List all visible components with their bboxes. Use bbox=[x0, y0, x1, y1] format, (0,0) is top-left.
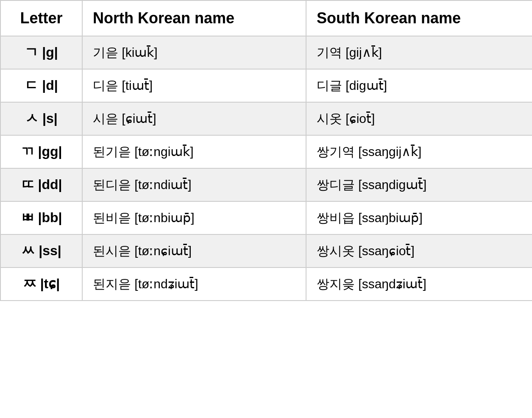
letter-cell: ㄲ |gg| bbox=[0, 135, 82, 168]
table-row: ㅉ |tɕ|된지읃 [tøːndʑiɯt̄]쌍지읒 [ssaŋdʑiɯt̄] bbox=[0, 268, 532, 301]
letter-cell: ㄷ |d| bbox=[0, 69, 82, 102]
table-row: ㄷ |d|디읃 [tiɯt̄]디글 [digɯt̄] bbox=[0, 69, 532, 102]
south-name-cell: 디글 [digɯt̄] bbox=[306, 69, 532, 102]
south-name-cell: 쌍시옷 [ssaŋɕiot̄] bbox=[306, 234, 532, 268]
letter-cell: ㅅ |s| bbox=[0, 102, 82, 135]
header-south: South Korean name bbox=[306, 0, 532, 36]
north-name-cell: 된기읃 [tøːngiɯk̄] bbox=[82, 135, 306, 168]
table-row: ㅃ |bb|된비읃 [tøːnbiɯp̄]쌍비읍 [ssaŋbiɯp̄] bbox=[0, 201, 532, 234]
south-name-cell: 시옷 [ɕiot̄] bbox=[306, 102, 532, 135]
north-name-cell: 기읃 [kiɯk̄] bbox=[82, 36, 306, 69]
letter-cell: ㅆ |ss| bbox=[0, 234, 82, 268]
table-row: ㅆ |ss|된시읃 [tøːnɕiɯt̄]쌍시옷 [ssaŋɕiot̄] bbox=[0, 234, 532, 268]
north-name-cell: 된디읃 [tøːndiɯt̄] bbox=[82, 168, 306, 201]
letter-cell: ㄱ |g| bbox=[0, 36, 82, 69]
south-name-cell: 쌍기역 [ssaŋgij∧k̄] bbox=[306, 135, 532, 168]
south-name-cell: 쌍디글 [ssaŋdigɯt̄] bbox=[306, 168, 532, 201]
north-name-cell: 디읃 [tiɯt̄] bbox=[82, 69, 306, 102]
south-name-cell: 쌍비읍 [ssaŋbiɯp̄] bbox=[306, 201, 532, 234]
header-letter: Letter bbox=[0, 0, 82, 36]
north-name-cell: 된시읃 [tøːnɕiɯt̄] bbox=[82, 234, 306, 268]
south-name-cell: 쌍지읒 [ssaŋdʑiɯt̄] bbox=[306, 268, 532, 301]
letter-cell: ㅃ |bb| bbox=[0, 201, 82, 234]
table-row: ㅅ |s|시읃 [ɕiɯt̄]시옷 [ɕiot̄] bbox=[0, 102, 532, 135]
north-name-cell: 된비읃 [tøːnbiɯp̄] bbox=[82, 201, 306, 234]
header-north: North Korean name bbox=[82, 0, 306, 36]
north-name-cell: 된지읃 [tøːndʑiɯt̄] bbox=[82, 268, 306, 301]
north-name-cell: 시읃 [ɕiɯt̄] bbox=[82, 102, 306, 135]
letter-cell: ㅉ |tɕ| bbox=[0, 268, 82, 301]
table-row: ㄸ |dd|된디읃 [tøːndiɯt̄]쌍디글 [ssaŋdigɯt̄] bbox=[0, 168, 532, 201]
south-name-cell: 기역 [gij∧k̄] bbox=[306, 36, 532, 69]
table-row: ㄲ |gg|된기읃 [tøːngiɯk̄]쌍기역 [ssaŋgij∧k̄] bbox=[0, 135, 532, 168]
table-row: ㄱ |g|기읃 [kiɯk̄]기역 [gij∧k̄] bbox=[0, 36, 532, 69]
letter-cell: ㄸ |dd| bbox=[0, 168, 82, 201]
